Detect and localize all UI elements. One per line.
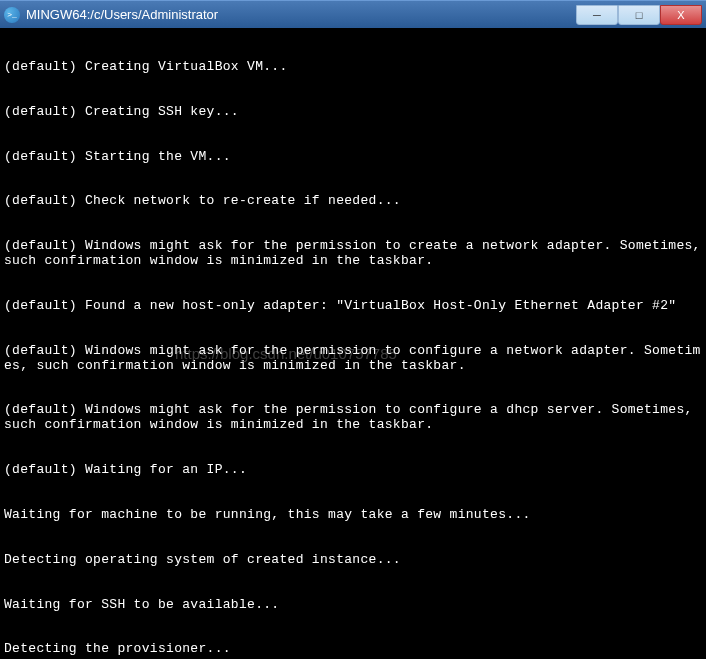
terminal-line: (default) Creating SSH key... — [4, 105, 702, 120]
terminal-line: (default) Windows might ask for the perm… — [4, 239, 702, 269]
terminal-line: (default) Check network to re-create if … — [4, 194, 702, 209]
terminal-line: (default) Found a new host-only adapter:… — [4, 299, 702, 314]
minimize-button[interactable]: ─ — [576, 5, 618, 25]
terminal-line: (default) Starting the VM... — [4, 150, 702, 165]
window-titlebar: >_ MINGW64:/c/Users/Administrator ─ □ X — [0, 0, 706, 28]
app-icon: >_ — [4, 7, 20, 23]
close-button[interactable]: X — [660, 5, 702, 25]
maximize-button[interactable]: □ — [618, 5, 660, 25]
terminal-line: (default) Windows might ask for the perm… — [4, 344, 702, 374]
terminal-line: (default) Waiting for an IP... — [4, 463, 702, 478]
terminal-line: Detecting operating system of created in… — [4, 553, 702, 568]
terminal-line: (default) Windows might ask for the perm… — [4, 403, 702, 433]
terminal-line: Detecting the provisioner... — [4, 642, 702, 657]
terminal-line: (default) Creating VirtualBox VM... — [4, 60, 702, 75]
terminal-line: Waiting for machine to be running, this … — [4, 508, 702, 523]
app-icon-glyph: >_ — [7, 10, 17, 19]
terminal-line: Waiting for SSH to be available... — [4, 598, 702, 613]
window-title: MINGW64:/c/Users/Administrator — [26, 7, 576, 22]
terminal-output[interactable]: (default) Creating VirtualBox VM... (def… — [0, 28, 706, 659]
window-controls: ─ □ X — [576, 5, 702, 25]
